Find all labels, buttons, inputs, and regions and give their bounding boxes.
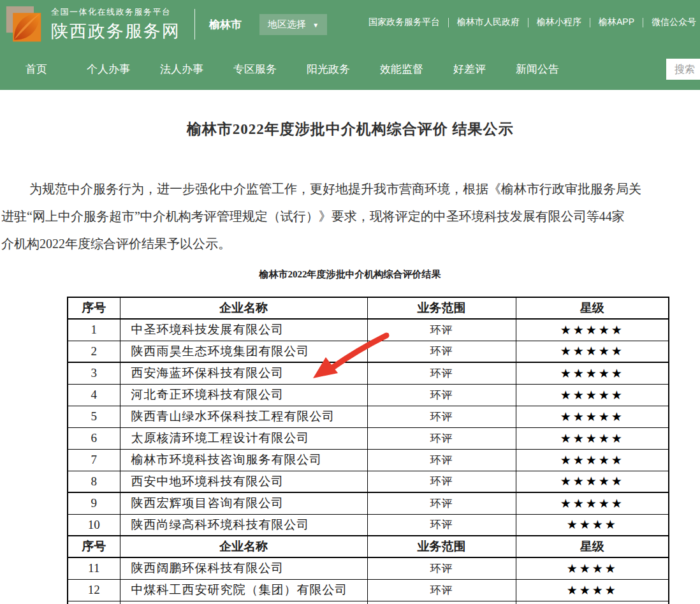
- cell-name: 榆林市环境科技咨询服务有限公司: [120, 449, 367, 471]
- cell-name: 西安海蓝环保科技有限公司: [120, 362, 367, 384]
- region-select-label: 地区选择: [268, 18, 306, 29]
- cell-scope: 环评: [367, 579, 516, 601]
- table-row: 1 中圣环境科技发展有限公司 环评 ★★★★★: [68, 319, 669, 341]
- cell-no: 10: [68, 514, 120, 536]
- cell-no: 1: [68, 319, 120, 341]
- table-row-arrow-target: 4 河北奇正环境科技有限公司 环评 ★★★★★: [68, 384, 669, 406]
- table-header-row-repeat: 序号 企业名称 业务范围 星级: [68, 536, 669, 557]
- page-title: 榆林市2022年度涉批中介机构综合评价 结果公示: [0, 119, 700, 139]
- divider: [448, 18, 449, 27]
- column-header-stars: 星级: [516, 536, 669, 557]
- header-top-bar: 全国一体化在线政务服务平台 陕西政务服务网 榆林市 地区选择 ▼ 国家政务服务平…: [0, 0, 700, 48]
- nav-item-legal-person[interactable]: 法人办事: [160, 62, 203, 77]
- link-wechat-official[interactable]: 微信公众号: [652, 17, 696, 28]
- cell-no: 7: [68, 449, 120, 471]
- column-header-no: 序号: [68, 297, 120, 319]
- table-row: 10 陕西尚绿高科环境科技有限公司 环评 ★★★★: [68, 514, 669, 536]
- cell-name: 陕西青山绿水环保科技工程有限公司: [120, 406, 367, 427]
- table-row: 7 榆林市环境科技咨询服务有限公司 环评 ★★★★★: [68, 449, 669, 471]
- column-header-stars: 星级: [516, 297, 669, 319]
- cell-stars: ★★★★: [516, 514, 669, 536]
- table-row: 11 陕西阔鹏环保科技有限公司 环评 ★★★★: [68, 557, 669, 579]
- link-yulin-app[interactable]: 榆林APP: [599, 17, 634, 28]
- main-navigation: 首页 个人办事 法人办事 专区服务 阳光政务 效能监督 好差评 新闻公告: [0, 48, 700, 90]
- paragraph-line: 介机构2022年度综合评价结果予以公示。: [1, 230, 700, 258]
- link-yulin-government[interactable]: 榆林市人民政府: [457, 17, 520, 28]
- cell-stars: ★★★★: [516, 579, 669, 601]
- cell-no: 9: [68, 492, 120, 514]
- cell-stars: ★★★★★: [516, 362, 669, 384]
- nav-item-open-gov[interactable]: 阳光政务: [307, 62, 350, 77]
- column-header-name: 企业名称: [120, 297, 367, 319]
- cell-scope: 环评: [367, 384, 516, 406]
- cell-no: 4: [68, 384, 120, 406]
- chevron-down-icon: ▼: [312, 22, 319, 29]
- divider: [590, 18, 590, 27]
- site-branding: 全国一体化在线政务服务平台 陕西政务服务网: [51, 6, 180, 43]
- cell-name: 陕西雨昊生态环境集团有限公司: [120, 341, 367, 362]
- cell-stars: ★★★★★: [516, 427, 669, 449]
- site-logo-icon: [5, 5, 43, 45]
- cell-stars: ★★★★★: [516, 384, 669, 406]
- divider: [528, 18, 529, 27]
- cell-stars: ★★★★★: [516, 319, 669, 341]
- cell-no: 8: [68, 471, 120, 492]
- table-row: 8 西安中地环境科技有限公司 环评 ★★★★★: [68, 471, 669, 492]
- nav-item-rating[interactable]: 好差评: [453, 62, 486, 77]
- cell-stars: ★★★★★: [516, 449, 669, 471]
- table-row: 12 中煤科工西安研究院（集团）有限公司 环评 ★★★★: [68, 579, 669, 601]
- cell-scope: 环评: [367, 557, 516, 579]
- column-header-scope: 业务范围: [367, 297, 516, 319]
- cell-name: 西安中地环境科技有限公司: [120, 471, 367, 492]
- cell-no: 13: [68, 601, 120, 604]
- nav-item-personal[interactable]: 个人办事: [87, 62, 130, 77]
- cell-stars: ★★★★: [516, 601, 669, 604]
- cell-scope: 环评: [367, 341, 516, 362]
- table-row: 6 太原核清环境工程设计有限公司 环评 ★★★★★: [68, 427, 669, 449]
- platform-tagline: 全国一体化在线政务服务平台: [51, 6, 180, 18]
- cell-name: 陕西尚绿高科环境科技有限公司: [120, 514, 367, 536]
- cell-scope: 环评: [367, 514, 516, 536]
- cell-scope: 环评: [367, 449, 516, 471]
- cell-name: 太原核清环境工程设计有限公司: [120, 427, 367, 449]
- cell-scope: 环评: [367, 601, 516, 604]
- paragraph-line: 为规范中介服务行为，进一步强化中介监管工作，更好地提升我市营商环境，根据《榆林市…: [1, 175, 700, 203]
- cell-scope: 环评: [367, 492, 516, 514]
- table-caption: 榆林市2022年度涉批中介机构综合评价结果: [0, 269, 700, 281]
- cell-no: 11: [68, 557, 120, 579]
- announcement-paragraph: 为规范中介服务行为，进一步强化中介监管工作，更好地提升我市营商环境，根据《榆林市…: [0, 175, 700, 258]
- site-name: 陕西政务服务网: [51, 20, 180, 43]
- cell-scope: 环评: [367, 406, 516, 427]
- cell-no: 12: [68, 579, 120, 601]
- nav-item-zone-services[interactable]: 专区服务: [233, 62, 277, 77]
- divider: [643, 18, 643, 27]
- page: { "colors": { "header_green": "#5b9c6e",…: [0, 0, 700, 604]
- column-header-scope: 业务范围: [367, 536, 516, 557]
- nav-item-efficiency[interactable]: 效能监督: [380, 62, 423, 77]
- cell-name: 陕西宏辉项目咨询有限公司: [120, 492, 367, 514]
- nav-item-news[interactable]: 新闻公告: [516, 62, 559, 77]
- cell-no: 5: [68, 406, 120, 427]
- cell-name: 河北奇正环境科技有限公司: [120, 384, 367, 406]
- nav-item-home[interactable]: 首页: [26, 62, 47, 77]
- evaluation-table: 序号 企业名称 业务范围 星级 1 中圣环境科技发展有限公司 环评 ★★★★★ …: [67, 297, 669, 604]
- column-header-name: 企业名称: [120, 536, 367, 557]
- cell-scope: 环评: [367, 427, 516, 449]
- header-divider: [194, 9, 195, 40]
- cell-scope: 环评: [367, 319, 516, 341]
- column-header-no: 序号: [68, 536, 120, 557]
- table-row: 3 西安海蓝环保科技有限公司 环评 ★★★★★: [68, 362, 669, 384]
- announcement-article: 榆林市2022年度涉批中介机构综合评价 结果公示 为规范中介服务行为，进一步强化…: [0, 119, 700, 604]
- cell-name: 渭南华山环保科技发展有限责任公司: [120, 601, 367, 604]
- cell-stars: ★★★★★: [516, 492, 669, 514]
- search-input[interactable]: [666, 59, 700, 80]
- paragraph-line: 进驻“网上中介服务超市”中介机构考评管理规定（试行）》要求，现将评定的中圣环境科…: [1, 203, 700, 230]
- link-national-platform[interactable]: 国家政务服务平台: [368, 17, 440, 28]
- link-yulin-miniprogram[interactable]: 榆林小程序: [537, 17, 581, 28]
- table-row: 9 陕西宏辉项目咨询有限公司 环评 ★★★★★: [68, 492, 669, 514]
- header-quick-links: 国家政务服务平台 榆林市人民政府 榆林小程序 榆林APP 微信公众号 注册: [368, 17, 700, 28]
- cell-scope: 环评: [367, 362, 516, 384]
- cell-name: 中圣环境科技发展有限公司: [120, 319, 367, 341]
- region-select-button[interactable]: 地区选择 ▼: [259, 14, 327, 35]
- cell-stars: ★★★★★: [516, 471, 669, 492]
